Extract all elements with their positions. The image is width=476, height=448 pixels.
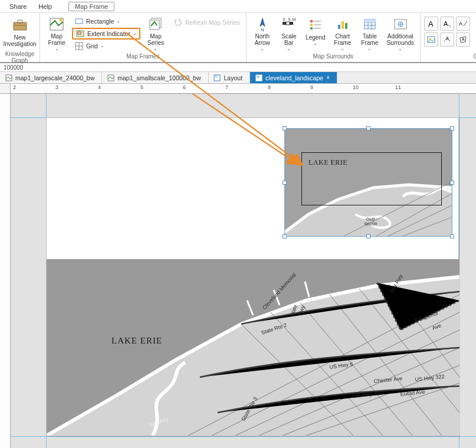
ruler-tick-label: 8	[268, 84, 271, 90]
rectangle-button[interactable]: Rectangle ⌄	[72, 15, 140, 27]
close-icon[interactable]: ×	[326, 74, 330, 81]
resize-handle[interactable]	[450, 181, 454, 185]
resize-handle[interactable]	[283, 234, 287, 238]
svg-rect-14	[283, 22, 286, 25]
graphics-gallery[interactable]: A A A A A	[424, 14, 470, 47]
svg-rect-55	[215, 76, 218, 78]
menu-share[interactable]: Share	[4, 2, 32, 11]
scale-bar-button[interactable]: 0510 Scale Bar ⌄	[277, 14, 301, 51]
svg-rect-26	[338, 25, 340, 29]
additional-surrounds-button[interactable]: Additional Surrounds ⌄	[385, 14, 416, 51]
extent-indicator-label: Extent Indicator	[87, 30, 130, 37]
straight-text-icon[interactable]: A	[456, 17, 470, 31]
picture-icon[interactable]	[424, 32, 438, 47]
point-text-icon[interactable]: A	[440, 17, 454, 31]
main-map-graphic: Cleveland Memorial State Hwy State Rte 2…	[47, 259, 459, 436]
polygon-text-icon[interactable]: A	[456, 32, 470, 47]
svg-rect-28	[345, 23, 347, 29]
ruler-vertical	[0, 94, 11, 448]
table-frame-button[interactable]: Table Frame ⌄	[357, 14, 382, 51]
main-map-frame[interactable]: Cleveland Memorial State Hwy State Rte 2…	[47, 259, 459, 436]
map-frame-button[interactable]: Map Frame ⌄	[44, 14, 70, 51]
group-label-graphics-text: Graphics and Text	[424, 53, 476, 61]
svg-text:A: A	[462, 37, 465, 41]
svg-rect-20	[310, 20, 313, 22]
document-tab-strip: map1_largescale_24000_bw map1_smallscale…	[0, 72, 476, 84]
ruler-tick-label: 9	[310, 84, 313, 90]
curved-text-icon[interactable]: A	[440, 32, 454, 47]
map-series-button[interactable]: Map Series ⌄	[143, 14, 169, 51]
chevron-down-icon: ⌄	[313, 42, 317, 45]
resize-handle[interactable]	[366, 126, 370, 130]
new-investigation-button[interactable]: New Investigation	[4, 14, 36, 51]
chevron-down-icon: ⌄	[367, 47, 372, 51]
layout-viewport[interactable]: OLD RIVER LAKE ERIE	[11, 94, 476, 448]
legend-label: Legend	[306, 34, 325, 41]
svg-rect-21	[310, 24, 313, 26]
svg-rect-16	[290, 22, 293, 25]
scale-value: 100000	[4, 64, 23, 71]
svg-rect-34	[365, 19, 375, 22]
chevron-down-icon: ⌄	[100, 44, 104, 48]
north-arrow-label: North Arrow	[255, 33, 270, 46]
resize-handle[interactable]	[366, 234, 370, 238]
ribbon-group-map-frames: Map Frame ⌄ Rectangle ⌄ Extent Indicator…	[40, 13, 247, 62]
layout-guide[interactable]	[11, 436, 476, 437]
text-tool-icon[interactable]: A	[424, 17, 438, 31]
ruler-tick-label: 6	[183, 84, 186, 90]
context-tab-map-frame[interactable]: Map Frame	[68, 2, 114, 11]
map-view-icon	[107, 74, 114, 81]
chart-frame-button[interactable]: Chart Frame ⌄	[330, 14, 355, 51]
menu-help[interactable]: Help	[32, 2, 58, 11]
ribbon-group-map-surrounds: N North Arrow ⌄ 0510 Scale Bar ⌄ Legend …	[247, 13, 421, 62]
new-investigation-label: New Investigation	[3, 34, 36, 47]
svg-text:A: A	[444, 20, 448, 27]
svg-rect-22	[310, 27, 313, 30]
main-label-lake-erie: LAKE ERIE	[111, 336, 162, 346]
scale-bar-label: Scale Bar	[281, 33, 296, 46]
scale-readout-row: 100000	[0, 63, 476, 72]
map-view-icon	[5, 74, 12, 81]
grid-button[interactable]: Grid ⌄	[72, 40, 140, 52]
additional-surrounds-icon	[392, 17, 409, 32]
svg-rect-0	[14, 22, 27, 30]
resize-handle[interactable]	[450, 234, 454, 238]
ribbon-group-graphics-text: A A A A A A Dynamic Text ⌄	[421, 13, 476, 62]
chart-frame-label: Chart Frame	[334, 33, 351, 46]
resize-handle[interactable]	[283, 181, 287, 185]
doc-tab-label: Layout	[224, 74, 243, 81]
legend-button[interactable]: Legend ⌄	[303, 14, 328, 51]
north-arrow-button[interactable]: N North Arrow ⌄	[250, 14, 275, 51]
svg-text:N: N	[261, 27, 264, 32]
doc-tab-label: map1_smallscale_100000_bw	[117, 74, 201, 81]
inset-map-frame[interactable]: OLD RIVER LAKE ERIE	[285, 129, 452, 236]
doc-tab-map1-small[interactable]: map1_smallscale_100000_bw	[102, 72, 208, 83]
refresh-label: Refresh Map Series	[185, 19, 240, 26]
scale-bar-icon: 0510	[280, 17, 298, 32]
ruler-tick-label: 2	[13, 84, 16, 90]
chevron-down-icon: ⌄	[260, 47, 264, 51]
briefcase-icon	[11, 17, 29, 33]
group-label-knowledge-graph: Knowledge Graph	[4, 51, 36, 65]
legend-icon	[307, 17, 324, 33]
extent-indicator-icon	[75, 29, 85, 38]
extent-indicator-button[interactable]: Extent Indicator ⌄	[72, 28, 140, 40]
doc-tab-layout[interactable]: Layout	[209, 72, 251, 83]
doc-tab-cleveland[interactable]: cleveland_landscape ×	[250, 72, 337, 83]
resize-handle[interactable]	[450, 126, 454, 130]
ruler-tick-label: 4	[98, 84, 101, 90]
grid-label: Grid	[86, 42, 98, 50]
ruler-tick-label: 5	[140, 84, 143, 90]
table-icon	[361, 17, 379, 32]
doc-tab-map1-large[interactable]: map1_largescale_24000_bw	[0, 72, 102, 83]
chevron-down-icon: ⌄	[287, 47, 291, 51]
svg-text:A: A	[459, 21, 462, 27]
ribbon: New Investigation Knowledge Graph Map Fr…	[0, 13, 476, 63]
svg-rect-5	[75, 19, 83, 24]
map-series-icon	[147, 17, 165, 32]
svg-text:5: 5	[288, 18, 291, 21]
svg-line-42	[464, 21, 467, 26]
layout-view[interactable]: 2 3 4 5 6 7 8 9 10 11	[0, 84, 476, 448]
resize-handle[interactable]	[283, 126, 287, 130]
layout-page[interactable]: OLD RIVER LAKE ERIE	[46, 117, 459, 436]
